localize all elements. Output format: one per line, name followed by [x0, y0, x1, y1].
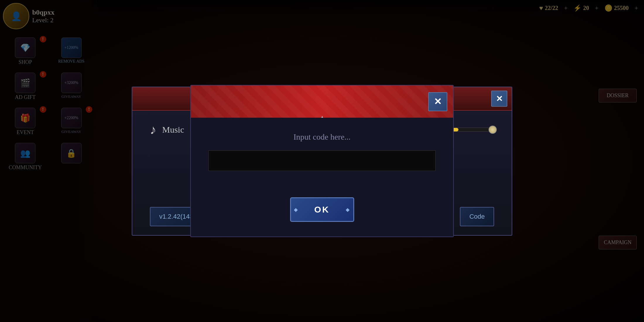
header-bg-pattern [191, 85, 453, 118]
code-dialog-body: Input code here... OK [191, 118, 453, 237]
code-dialog-header: ✕ ✦ [191, 85, 453, 118]
settings-modal: SETTINGS ✕ ✦ ♪ Music Yes NO Language [132, 87, 512, 236]
code-prompt-text: Input code here... [208, 132, 436, 142]
ok-btn-wrapper: OK [208, 183, 436, 222]
code-dialog-close-button[interactable]: ✕ [428, 92, 447, 111]
ok-button[interactable]: OK [290, 197, 354, 222]
code-dialog: ✕ ✦ Input code here... OK [190, 85, 454, 237]
music-slider-thumb[interactable] [489, 126, 497, 134]
code-button[interactable]: Code [460, 207, 494, 226]
settings-overlay: SETTINGS ✕ ✦ ♪ Music Yes NO Language [0, 0, 644, 322]
code-dialog-diamond-icon: ✦ [319, 114, 326, 118]
code-input[interactable] [208, 150, 436, 171]
music-note-icon: ♪ [150, 122, 156, 137]
code-dialog-overlay: ✕ ✦ Input code here... OK [190, 85, 454, 237]
settings-close-button[interactable]: ✕ [491, 90, 507, 107]
music-label: Music [162, 125, 191, 135]
